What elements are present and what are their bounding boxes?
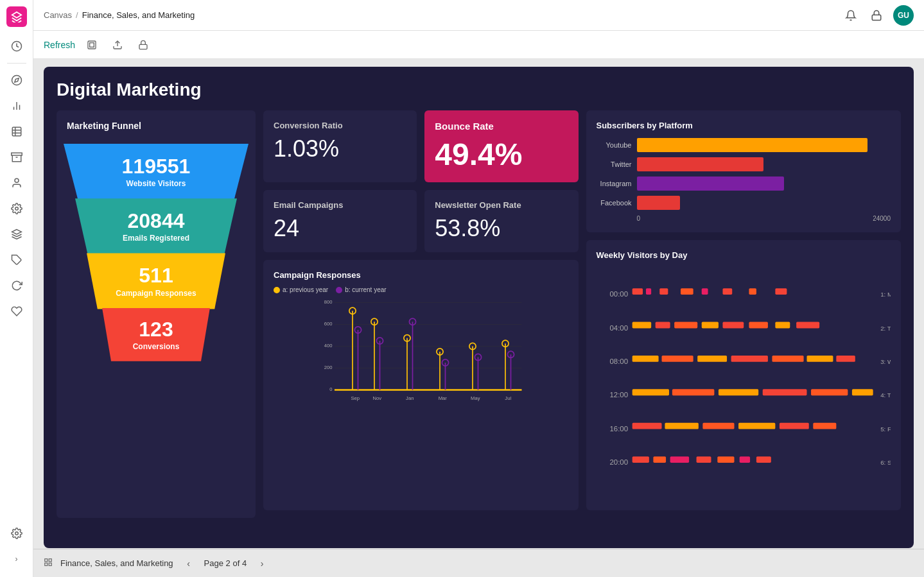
svg-rect-77 [632, 322, 650, 329]
app-logo[interactable] [6, 6, 27, 27]
funnel-level-4: 123 Conversions [92, 308, 220, 361]
funnel-label-2: Emails Registered [78, 234, 234, 243]
lock-icon[interactable] [867, 6, 885, 24]
campaign-card: Campaign Responses a: previous year b: c… [263, 260, 579, 510]
svg-rect-94 [718, 389, 758, 395]
svg-rect-106 [670, 456, 688, 463]
svg-rect-78 [655, 322, 670, 329]
funnel-card: Marketing Funnel 119551 Website Visitors… [57, 110, 256, 518]
svg-rect-98 [632, 423, 661, 429]
funnel-value-4: 123 [102, 318, 210, 341]
sidebar-icon-archive[interactable] [5, 146, 28, 169]
sidebar-icon-chart[interactable] [5, 94, 28, 117]
svg-rect-92 [632, 389, 668, 395]
sidebar: › [0, 0, 33, 577]
svg-rect-91 [836, 356, 855, 362]
svg-rect-103 [813, 423, 836, 429]
toolbar-lock-icon[interactable] [134, 36, 152, 54]
dashboard-card: Digital Marketing Marketing Funnel 11955… [44, 67, 914, 548]
svg-rect-84 [796, 322, 819, 329]
sidebar-icon-settings[interactable] [5, 197, 28, 220]
svg-text:04:00: 04:00 [609, 324, 628, 332]
sidebar-icon-person[interactable] [5, 171, 28, 194]
sidebar-divider-1 [7, 63, 26, 64]
topbar-icons: GU [842, 5, 914, 26]
user-initials: GU [898, 11, 909, 20]
sidebar-icon-compass[interactable] [5, 69, 28, 92]
svg-text:May: May [471, 395, 480, 401]
svg-rect-76 [775, 288, 787, 295]
svg-point-13 [15, 207, 18, 211]
funnel-label-1: Website Visitors [65, 179, 247, 188]
bottom-bar: Finance, Sales, and Marketing ‹ Page 2 o… [33, 549, 924, 577]
weekly-card: Weekly Visitors by Day 00:00 04:00 08:00… [586, 240, 902, 510]
svg-text:5: Fri: 5: Fri [880, 426, 891, 433]
svg-text:Sep: Sep [351, 395, 360, 401]
svg-rect-99 [665, 423, 698, 429]
sidebar-icon-clock[interactable] [5, 35, 28, 58]
svg-text:800: 800 [324, 299, 333, 305]
sidebar-icon-heart[interactable] [5, 300, 28, 323]
svg-rect-117 [45, 559, 48, 562]
conversion-label: Conversion Ratio [274, 121, 406, 130]
svg-point-12 [15, 178, 19, 182]
legend-b: b: current year [345, 286, 386, 293]
instagram-bar [637, 177, 784, 191]
sidebar-icon-table[interactable] [5, 120, 28, 143]
sidebar-icon-layers[interactable] [5, 223, 28, 246]
breadcrumb: Canvas / Finance, Sales, and Marketing [44, 10, 834, 20]
toolbar-export-icon[interactable] [109, 36, 126, 54]
user-avatar[interactable]: GU [893, 5, 914, 26]
svg-rect-105 [653, 456, 666, 463]
subscribers-card: Subscribers by Platform Youtube Twitter [586, 110, 902, 232]
svg-text:Nov: Nov [372, 395, 381, 401]
sidebar-icon-gear[interactable] [5, 522, 28, 545]
svg-rect-81 [722, 322, 744, 329]
svg-rect-75 [749, 288, 756, 295]
svg-rect-72 [681, 288, 693, 295]
svg-rect-82 [749, 322, 767, 329]
refresh-button[interactable]: Refresh [44, 40, 75, 50]
svg-rect-69 [632, 288, 642, 295]
svg-text:2: Tue: 2: Tue [880, 325, 891, 332]
svg-rect-70 [645, 288, 650, 295]
sidebar-expand-icon[interactable]: › [5, 547, 28, 571]
instagram-label: Instagram [597, 180, 632, 187]
svg-text:3: Wed: 3: Wed [880, 358, 891, 365]
next-page-button[interactable]: › [254, 556, 270, 571]
twitter-bar-track [637, 157, 891, 171]
svg-rect-104 [632, 456, 649, 463]
sidebar-icon-refresh[interactable] [5, 274, 28, 297]
svg-text:12:00: 12:00 [609, 391, 628, 399]
topbar: Canvas / Finance, Sales, and Marketing G… [33, 0, 924, 31]
twitter-label: Twitter [597, 160, 632, 168]
youtube-bar-track [637, 138, 891, 152]
svg-rect-95 [762, 389, 806, 395]
dashboard-title: Digital Marketing [57, 80, 901, 100]
svg-rect-120 [45, 563, 48, 565]
svg-rect-19 [90, 42, 94, 47]
svg-rect-110 [756, 456, 771, 463]
svg-text:08:00: 08:00 [609, 357, 628, 365]
svg-rect-89 [772, 356, 803, 362]
bottom-label: Finance, Sales, and Marketing [60, 558, 173, 568]
prev-page-button[interactable]: ‹ [181, 556, 196, 571]
svg-text:16:00: 16:00 [609, 425, 628, 433]
sidebar-icon-tag[interactable] [5, 248, 28, 271]
toolbar-snapshot-icon[interactable] [83, 36, 101, 54]
notifications-icon[interactable] [842, 6, 860, 24]
email-campaigns-value: 24 [274, 215, 406, 242]
twitter-row: Twitter [597, 157, 891, 171]
content-wrapper: Canvas / Finance, Sales, and Marketing G… [33, 0, 924, 577]
svg-text:600: 600 [324, 321, 333, 327]
bounce-rate-card: Bounce Rate 49.4% [424, 110, 578, 182]
svg-text:400: 400 [324, 343, 333, 349]
svg-rect-88 [731, 356, 767, 362]
svg-rect-79 [674, 322, 697, 329]
middle-col: Conversion Ratio 1.03% Bounce Rate 49.4% [263, 110, 579, 510]
svg-rect-10 [11, 153, 22, 155]
funnel-label-4: Conversions [102, 342, 210, 351]
svg-rect-93 [672, 389, 714, 395]
funnel-value-3: 511 [91, 264, 222, 287]
svg-rect-74 [722, 288, 732, 295]
